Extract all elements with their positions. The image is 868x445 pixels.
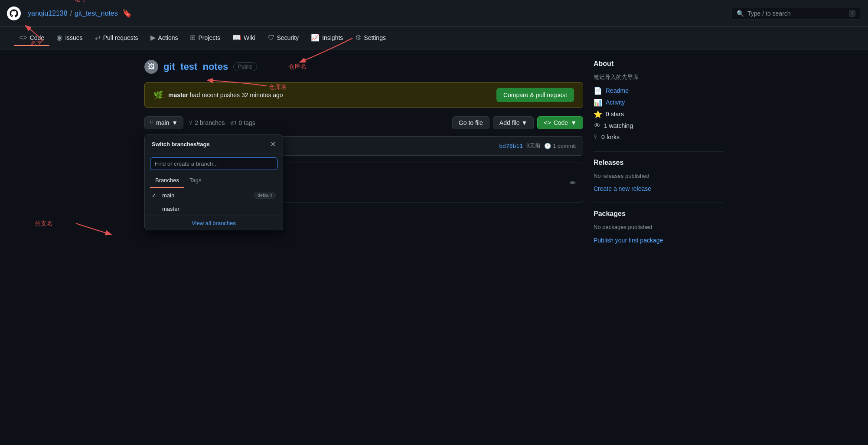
fork-icon: ⑂ — [594, 133, 598, 141]
actions-icon: ▶ — [150, 33, 156, 42]
star-icon: ⭐ — [594, 110, 602, 118]
dropdown-tab-tags[interactable]: Tags — [184, 173, 206, 188]
tab-actions[interactable]: ▶ Actions — [145, 30, 183, 46]
repo-navbar: <> Code ◉ Issues ⇄ Pull requests ▶ Actio… — [0, 27, 868, 49]
commit-count-label: 1 commit — [553, 143, 576, 149]
settings-icon: ⚙ — [355, 33, 361, 42]
search-icon: 🔍 — [737, 10, 744, 17]
global-search[interactable]: 🔍 Type / to search / — [731, 7, 861, 20]
annotation-repo-name: 仓库名 — [288, 63, 307, 71]
branch-count-info: ⑂ 2 branches — [189, 119, 225, 126]
tab-issues[interactable]: ◉ Issues — [51, 30, 88, 46]
sidebar-about-section: About 笔记导入的先导库 📄 Readme 📊 Activity ⭐ 0 s… — [594, 60, 724, 141]
push-branch-name: master — [168, 92, 188, 98]
forks-label: 0 forks — [601, 134, 620, 141]
tab-wiki-label: Wiki — [244, 34, 255, 41]
sidebar-about-title: About — [594, 60, 724, 68]
readme-link[interactable]: Readme — [606, 87, 629, 94]
search-kbd: / — [849, 10, 855, 17]
tab-pull-requests[interactable]: ⇄ Pull requests — [90, 30, 144, 46]
stars-label: 0 stars — [606, 111, 624, 118]
view-all-branches-link[interactable]: View all branches — [192, 220, 236, 226]
bookmark-icon[interactable]: 🔖 — [122, 9, 132, 18]
sidebar-releases-section: Releases No releases published Create a … — [594, 159, 724, 193]
projects-icon: ⊞ — [190, 33, 196, 42]
activity-link[interactable]: Activity — [606, 99, 625, 106]
insights-icon: 📈 — [311, 33, 320, 42]
commit-count[interactable]: 🕐 1 commit — [544, 143, 576, 149]
tab-code[interactable]: <> Code — [14, 30, 49, 46]
dropdown-close-button[interactable]: ✕ — [270, 140, 276, 148]
commit-hash[interactable]: bd78b11 — [499, 143, 523, 149]
watching-label: 1 watching — [604, 122, 633, 129]
sidebar-readme-item: 📄 Readme — [594, 87, 724, 95]
push-banner-text: master had recent pushes 32 minutes ago — [168, 92, 491, 98]
sidebar-releases-title: Releases — [594, 159, 724, 167]
sidebar: About 笔记导入的先导库 📄 Readme 📊 Activity ⭐ 0 s… — [594, 60, 724, 254]
branch-selected-checkmark: ✓ — [152, 192, 159, 199]
push-banner: 🌿 master had recent pushes 32 minutes ag… — [144, 82, 583, 108]
edit-description-button[interactable]: ✏ — [570, 179, 576, 187]
svg-text:分支名: 分支名 — [35, 220, 53, 227]
repo-link[interactable]: git_test_notes — [75, 10, 118, 17]
security-icon: 🛡 — [268, 34, 274, 42]
tab-code-label: Code — [30, 34, 44, 41]
owner-link[interactable]: yanqiu12138 — [28, 10, 68, 17]
tab-security[interactable]: 🛡 Security — [262, 30, 304, 46]
tag-icon: 🏷 — [230, 119, 236, 126]
sidebar-releases-empty: No releases published — [594, 172, 724, 180]
push-message: had recent pushes 32 minutes ago — [190, 92, 283, 98]
main-container: 🖼 git_test_notes Public 仓库名 名字 🌿 — [131, 49, 737, 265]
action-buttons: Go to file Add file ▼ <> Code ▼ — [452, 116, 583, 129]
search-placeholder: Type / to search — [747, 10, 791, 17]
commit-info: bd78b11 3天前 🕐 1 commit — [499, 142, 576, 150]
tab-settings[interactable]: ⚙ Settings — [350, 30, 391, 46]
content-left: 🖼 git_test_notes Public 仓库名 名字 🌿 — [144, 60, 583, 254]
branch-fork-icon2: ⑂ — [189, 119, 192, 126]
current-branch-label: main — [156, 119, 169, 126]
github-logo[interactable] — [7, 7, 21, 20]
branch-fork-icon: ⑂ — [150, 119, 153, 126]
sidebar-about-desc: 笔记导入的先导库 — [594, 73, 724, 82]
code-btn-label: Code — [554, 119, 568, 126]
dropdown-tab-branches[interactable]: Branches — [150, 173, 184, 188]
branch-name-master: master — [162, 206, 276, 212]
pr-icon: ⇄ — [95, 33, 101, 42]
code-btn-arrow: ▼ — [571, 119, 577, 126]
tab-settings-label: Settings — [364, 34, 386, 41]
tags-link[interactable]: 0 tags — [239, 119, 255, 126]
tab-insights-label: Insights — [322, 34, 343, 41]
tab-projects[interactable]: ⊞ Projects — [185, 30, 225, 46]
tab-wiki[interactable]: 📖 Wiki — [227, 30, 260, 46]
tab-insights[interactable]: 📈 Insights — [306, 30, 348, 46]
add-file-dropdown-icon: ▼ — [521, 119, 527, 126]
tag-count-info: 🏷 0 tags — [230, 119, 255, 126]
branch-search-input[interactable] — [150, 157, 277, 170]
branch-dropdown-arrow: ▼ — [172, 119, 178, 126]
create-release-link[interactable]: Create a new release — [594, 185, 651, 192]
add-file-button[interactable]: Add file ▼ — [493, 116, 534, 129]
code-btn-icon: <> — [544, 119, 551, 126]
activity-icon: 📊 — [594, 98, 602, 107]
branch-selector-button[interactable]: ⑂ main ▼ — [144, 116, 183, 129]
watching-icon: 👁 — [594, 122, 600, 130]
publish-package-link[interactable]: Publish your first package — [594, 237, 663, 244]
branch-item-master[interactable]: ✓ master — [145, 202, 283, 216]
add-file-label: Add file — [499, 119, 520, 126]
sidebar-divider-2 — [594, 203, 724, 203]
branches-link[interactable]: 2 branches — [195, 119, 225, 126]
branch-push-icon: 🌿 — [153, 90, 163, 100]
branch-item-main[interactable]: ✓ main default — [145, 188, 283, 202]
tab-pull-requests-label: Pull requests — [103, 34, 138, 41]
sidebar-divider-1 — [594, 151, 724, 152]
go-to-file-button[interactable]: Go to file — [452, 116, 489, 129]
sidebar-packages-empty: No packages published — [594, 223, 724, 232]
sidebar-watching-item: 👁 1 watching — [594, 122, 724, 130]
default-branch-badge: default — [254, 192, 276, 199]
readme-icon: 📄 — [594, 87, 602, 95]
branch-dropdown: Switch branches/tags ✕ Branches Tags ✓ m… — [144, 134, 283, 230]
compare-pull-request-button[interactable]: Compare & pull request — [496, 88, 574, 102]
branch-name-main: main — [162, 192, 250, 199]
sidebar-activity-item: 📊 Activity — [594, 98, 724, 107]
code-button[interactable]: <> Code ▼ — [537, 116, 583, 129]
